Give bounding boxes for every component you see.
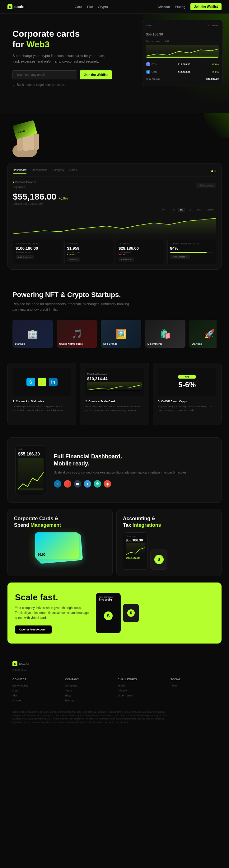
skype-icon: S [27,378,35,386]
watch-logo-icon: S [127,609,135,617]
hero-dash-stats: Transactions 247 [146,40,219,43]
tab-transactions[interactable]: Transactions [31,168,47,174]
footer-twitter[interactable]: Twitter [170,684,217,687]
tab-dashboard[interactable]: Dashboard [13,168,27,174]
two-col-features: Corporate Cards & Spend Management 50.00… [7,509,222,576]
footer-mission[interactable]: Mission [118,684,164,687]
dashboard-feature-section: scale $55,186.30 Full Financial Dashboar… [7,437,222,503]
integration-icon-5: ⚙ [94,480,101,488]
available-balance-card: AVAILABLE BALANCE $100,186.00 Available … [13,240,62,264]
scale-fast-watch: S [123,604,139,622]
footer-logo: S scale [12,661,217,666]
view-budget-button[interactable]: View Budget → [170,255,190,259]
logo[interactable]: S scale [7,4,25,9]
hero-demo-link[interactable]: ✓ Book a demo to get priority access! [12,83,112,87]
integration-icon-1: 🔺 [54,480,61,488]
budget-card: CURRENT PERIOD BUDGET 84% View Budget → [167,240,217,264]
integration-icon-6: ◆ [104,480,111,488]
last-updated: Updated Sep 21 2022, 3pm [13,203,216,205]
footer-crypto[interactable]: Crypto [12,699,59,702]
filter-1m[interactable]: 1M [178,208,185,212]
lightning-icon: ⚡ [38,378,46,386]
filter-1w[interactable]: 1W [169,208,177,212]
svg-marker-0 [146,49,219,58]
nav-pricing[interactable]: Pricing [175,5,186,9]
footer-team[interactable]: Team [65,689,111,692]
industry-card-crypto: 🎵 Crypto Native Firms [57,320,97,348]
all-accounts-selector[interactable]: All Accounts [196,183,216,188]
portfolio-label: ● Portfolio Balance [13,181,36,184]
footer-copyright: © 2022 Scale [12,669,217,672]
phone-chart [18,458,43,492]
card-front: 50.00 [35,532,79,559]
tab-cards[interactable]: Cards [69,168,77,174]
join-waitlist-button[interactable]: Join the Waitlist [190,3,222,10]
time-filters: 24H 1W 1M 1Y ALL Custom [13,208,216,212]
declined-card: DECLINED $28,186.00 Last 30 days +23.8% … [116,240,165,264]
hero-dash-amount: $55,186.30 [146,29,219,37]
integration-icons: 🔺 🟥 ◼ ● ⚙ ◆ [54,480,187,488]
footer-columns: CONNECT Early Access Card Fiat Crypto CO… [12,678,217,704]
footer-blog[interactable]: Blog [65,694,111,697]
filter-custom[interactable]: Custom [204,208,216,212]
add-funds-button[interactable]: Add Funds → [15,255,34,259]
industry-card-nft: 🖼️ NFT Brands [101,320,141,348]
nav-crypto[interactable]: Crypto [98,5,108,9]
portfolio-header: ● Portfolio Balance Expenses All Account… [13,181,216,189]
svg-marker-8 [13,218,216,236]
status-dot-gray [215,170,216,172]
nav-links: Card Fiat Crypto [75,5,108,9]
stat-cards-grid: AVAILABLE BALANCE $100,186.00 Available … [13,240,216,264]
hero-headline: Corporate cards for Web3 [12,29,112,50]
filter-24h[interactable]: 24H [160,208,168,212]
footer-card[interactable]: Card [12,689,59,692]
footer-privacy[interactable]: Privacy [118,689,164,692]
hero-content: Corporate cards for Web3 Supercharge you… [12,29,112,87]
accounting-feature: Accounting & Tax Integrations Dashboard … [117,509,222,576]
main-balance-chart [13,214,216,236]
nav-mission[interactable]: Mission [158,5,170,9]
footer-company[interactable]: Company [65,684,111,687]
hero-dash-chart [146,45,219,58]
nav-card[interactable]: Card [75,5,82,9]
footer-challenges-col: CHALLENGES Mission Privacy Other Terms [118,678,164,704]
industry-card-startups-2: 🚀 Startups [189,320,217,348]
tab-company[interactable]: Company [52,168,64,174]
step-2-card: Marketing Expenses $10,214.44 2. Create … [80,363,149,425]
main-dashboard-section: Dashboard Transactions Company Cards ● P… [7,163,222,270]
footer-other-terms[interactable]: Other Terms [118,694,164,697]
step-1-visual: S ⚡ in [13,368,71,396]
corporate-card-visual: 50.00 [14,532,106,563]
footer-pricing[interactable]: Pricing [65,699,111,702]
open-account-button[interactable]: Open a Free Account [15,625,52,633]
view-approved-button[interactable]: View → [67,257,80,261]
nav-fiat[interactable]: Fiat [87,5,93,9]
hand-illustration: S scale [6,117,53,157]
industry-cards-list: 🏢 Startups 🎵 Crypto Native Firms 🖼️ NFT … [12,320,217,348]
corporate-cards-feature: Corporate Cards & Spend Management 50.00 [7,509,112,576]
integration-icon-2: 🟥 [64,480,71,488]
footer-logo-text: scale [19,661,29,666]
watch-icon: S [154,555,164,564]
hero-dash-header: scale Expenses [146,24,219,27]
email-input[interactable] [12,70,77,80]
view-declined-button[interactable]: View All → [119,257,134,261]
step-2-desc: Issue unlimited cards with custom limits… [85,405,143,412]
footer-fiat[interactable]: Fiat [12,694,59,697]
corner-decoration [204,113,229,138]
filter-1y[interactable]: 1Y [186,208,193,212]
step-3-visual: APY 5-6% [158,368,216,396]
card-amount: 50.00 [38,553,45,556]
usd-asset-row: $ USD $13,563.90 +1.2% [146,68,219,76]
accounting-phone: Dashboard $55,186.30 $96,186.30 [123,532,148,570]
hero-cta-button[interactable]: Join the Waitlist [80,70,112,80]
step-3-label: 3. On/Off Ramp Crypto [158,400,216,403]
step-1-card: S ⚡ in 1. Connect in 5 Minutes Onboard y… [7,363,76,425]
logo-icon: S [7,4,12,9]
eth-icon: Ξ [146,62,150,66]
footer-early-access[interactable]: Early Access [12,684,59,687]
integration-icon-3: ◼ [74,480,81,488]
step-3-desc: Buy and sell your holdings fast and secu… [158,405,216,412]
filter-all[interactable]: ALL [194,208,202,212]
powering-subtext: Replace the need for spreadsheets, ether… [12,301,137,312]
